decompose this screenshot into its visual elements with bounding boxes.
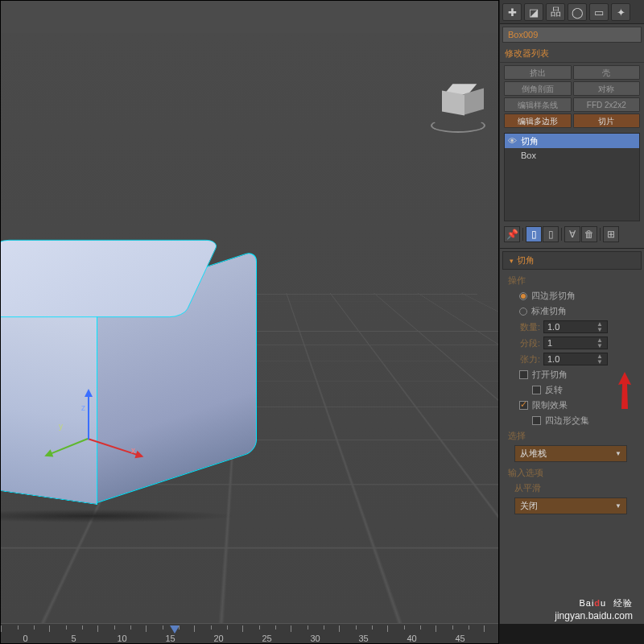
from-smooth-label: 从平滑 <box>508 481 636 496</box>
stack-toolbar: 📌 ▯ ▯ ∀ 🗑 ⊞ <box>500 224 644 245</box>
axis-x-label: x <box>131 446 135 455</box>
spinner-arrows-icon[interactable]: ▲▼ <box>596 321 604 332</box>
modify-tab[interactable]: ◪ <box>524 3 543 21</box>
display-tab[interactable]: ▭ <box>589 3 609 21</box>
checkbox-icon <box>532 416 541 425</box>
command-panel-tabs: ✚ ◪ 品 ◯ ▭ ✦ <box>500 0 644 24</box>
selection-label: 选择 <box>508 428 636 444</box>
btn-symmetry[interactable]: 对称 <box>573 81 641 96</box>
stack-item-box[interactable]: Box <box>505 148 639 163</box>
tension-spinner[interactable]: 1.0 ▲▼ <box>543 353 608 365</box>
modifier-stack[interactable]: 👁 切角 Box <box>504 133 640 221</box>
tension-label: 张力: <box>508 353 540 365</box>
delete-icon[interactable]: 🗑 <box>581 226 597 242</box>
create-tab[interactable]: ✚ <box>502 3 522 21</box>
radio-standard-chamfer[interactable]: 标准切角 <box>508 303 636 319</box>
viewcube[interactable] <box>434 81 482 130</box>
make-unique-icon[interactable]: ▯ <box>543 226 559 242</box>
hierarchy-tab[interactable]: 品 <box>546 3 565 21</box>
amount-label: 数量: <box>508 321 540 333</box>
radio-quad-chamfer[interactable]: 四边形切角 <box>508 288 636 303</box>
watermark: Baidu 经验 jingyan.baidu.com <box>555 586 633 621</box>
check-quad-intersect[interactable]: 四边形交集 <box>508 413 636 428</box>
checkbox-icon <box>519 370 528 379</box>
timeline-ruler[interactable]: 0 5 10 15 20 25 30 35 40 45 50 55 60 65 … <box>1 623 498 643</box>
input-options-label: 输入选项 <box>508 465 636 481</box>
chevron-down-icon: ▼ <box>615 502 621 510</box>
show-end-result-icon[interactable]: ▯ <box>526 226 542 242</box>
segments-label: 分段: <box>508 337 540 349</box>
modify-panel: ✚ ◪ 品 ◯ ▭ ✦ Box009 修改器列表 挤出 壳 倒角剖面 对称 编辑… <box>499 0 644 624</box>
annotation-arrow-icon <box>615 370 634 411</box>
configure-sets-icon[interactable]: ⊞ <box>603 226 619 242</box>
checkbox-checked-icon <box>519 401 528 410</box>
btn-edit-spline[interactable]: 编辑样条线 <box>504 97 572 112</box>
remove-modifier-icon[interactable]: ∀ <box>564 226 580 242</box>
motion-tab[interactable]: ◯ <box>568 3 587 21</box>
btn-edit-poly[interactable]: 编辑多边形 <box>504 114 572 128</box>
smooth-dropdown[interactable]: 关闭 ▼ <box>514 497 627 514</box>
radio-off-icon <box>519 308 527 316</box>
segments-spinner[interactable]: 1 ▲▼ <box>543 336 608 349</box>
from-stack-dropdown[interactable]: 从堆栈 ▼ <box>514 445 627 462</box>
object-name-field[interactable]: Box009 <box>502 27 642 43</box>
btn-slice[interactable]: 切片 <box>573 114 641 128</box>
btn-extrude[interactable]: 挤出 <box>504 65 572 80</box>
modifier-list-label[interactable]: 修改器列表 <box>500 45 644 63</box>
operation-label: 操作 <box>508 273 636 288</box>
amount-spinner[interactable]: 1.0 ▲▼ <box>543 320 608 333</box>
pin-stack-icon[interactable]: 📌 <box>504 226 520 242</box>
radio-on-icon <box>519 292 527 300</box>
spinner-arrows-icon[interactable]: ▲▼ <box>596 353 604 365</box>
axis-z-label: z <box>81 403 85 412</box>
axis-y-label: y <box>59 422 63 431</box>
viewport-3d[interactable]: z y x 0 5 10 15 20 25 30 35 40 45 50 55 … <box>0 0 499 644</box>
visibility-eye-icon[interactable]: 👁 <box>508 136 521 146</box>
spinner-arrows-icon[interactable]: ▲▼ <box>596 337 604 349</box>
btn-chamfer-face[interactable]: 倒角剖面 <box>504 81 572 96</box>
utilities-tab[interactable]: ✦ <box>611 3 630 21</box>
btn-ffd[interactable]: FFD 2x2x2 <box>573 97 641 112</box>
btn-shell[interactable]: 壳 <box>573 65 641 80</box>
chevron-down-icon: ▼ <box>615 450 621 457</box>
stack-item-chamfer[interactable]: 👁 切角 <box>505 134 639 148</box>
rollup-chamfer-header[interactable]: 切角 <box>502 251 642 270</box>
transform-gizmo[interactable]: z y x <box>49 415 146 512</box>
checkbox-icon <box>532 386 541 394</box>
